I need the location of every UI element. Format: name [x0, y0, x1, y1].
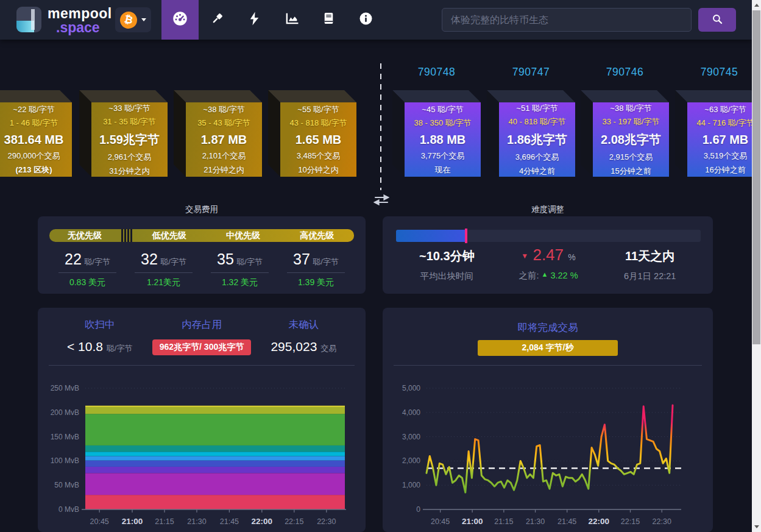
- chevron-down-icon: [141, 18, 146, 21]
- block-median-fee: ~51 聪/字节: [516, 103, 557, 114]
- block-top-face: [581, 90, 669, 102]
- block-eta: 15分钟之前: [611, 166, 651, 177]
- x-tick-label: 21:00: [462, 517, 483, 526]
- mempool-logo[interactable]: mempool .space: [16, 7, 112, 35]
- info-icon: [358, 11, 373, 29]
- scrollbar-thumb[interactable]: [752, 10, 760, 344]
- pending-block[interactable]: ~55 聪/字节43 - 818 聪/字节1.65 MB3,485个交易10分钟…: [280, 102, 356, 177]
- y-tick-label: 5,000: [402, 384, 420, 392]
- gauge-icon: [172, 10, 188, 29]
- nav-about[interactable]: [347, 0, 384, 40]
- block-face: ~45 聪/字节38 - 350 聪/字节1.88 MB3,775个交易现在: [405, 102, 481, 177]
- mined-block[interactable]: 790747~51 聪/字节40 - 818 聪/字节1.86兆字节3,696个…: [499, 102, 575, 177]
- y-tick-label: 2,000: [402, 456, 420, 465]
- fee-rate: 37: [293, 250, 310, 268]
- x-tick-label: 22:00: [589, 517, 610, 526]
- difficulty-progress-fill: [396, 230, 466, 242]
- block-size: 1.65 MB: [296, 133, 342, 147]
- block-side-face: [675, 90, 687, 177]
- currency-selector[interactable]: ₿: [115, 7, 151, 32]
- block-size: 1.87 MB: [201, 133, 247, 147]
- search-button[interactable]: [698, 8, 736, 32]
- x-tick-label: 21:45: [220, 517, 239, 526]
- avg-block-time-col: ~10.3分钟 平均出块时间: [396, 248, 498, 282]
- x-tick-label: 21:15: [155, 517, 174, 526]
- block-top-face: [0, 90, 72, 102]
- x-tick-label: 21:30: [187, 517, 206, 526]
- block-height[interactable]: 790747: [487, 66, 575, 79]
- block-size: 1.88 MB: [420, 133, 466, 147]
- fee-cell: 37 聪/字节1.39 美元: [278, 250, 354, 288]
- x-tick-label: 22:00: [252, 517, 273, 526]
- block-eta: 21分钟之内: [204, 165, 244, 176]
- fee-usd: 1.21美元: [126, 277, 202, 288]
- logo-line2: .space: [56, 21, 112, 35]
- scrollbar-down-button[interactable]: [752, 522, 761, 532]
- stacked-fee-band: [85, 495, 345, 509]
- block-height[interactable]: 790745: [675, 66, 761, 79]
- pending-block[interactable]: ~33 聪/字节31 - 35 聪/字节1.59兆字节2,961个交易31分钟之…: [91, 102, 168, 177]
- fee-tier-segments: 低优先级中优先级高优先级: [132, 229, 354, 242]
- pending-block[interactable]: ~38 聪/字节35 - 43 聪/字节1.87 MB2,101个交易21分钟之…: [186, 102, 262, 177]
- triangle-up-icon: ▲: [542, 271, 548, 278]
- block-median-fee: ~33 聪/字节: [108, 103, 150, 114]
- scrollbar-up-button[interactable]: [752, 0, 761, 10]
- nav-dashboard[interactable]: [161, 0, 199, 40]
- fee-priority-bar: 无优先级低优先级中优先级高优先级: [49, 229, 354, 242]
- stacked-fee-band: [85, 414, 345, 445]
- block-side-face: [581, 90, 593, 177]
- block-eta: 现在: [435, 165, 451, 176]
- mined-block[interactable]: 790746~38 聪/字节33 - 197 聪/字节2.08兆字节2,915个…: [593, 102, 669, 177]
- hammer-icon: [210, 11, 225, 29]
- x-tick-label: 20:45: [90, 517, 109, 526]
- incoming-transactions-card: 即将完成交易 2,084 字节/秒 01,0002,0003,0004,0005…: [383, 308, 713, 532]
- block-side-face: [487, 90, 499, 177]
- nav-charts[interactable]: [273, 0, 310, 40]
- block-face: ~22 聪/字节1 - 46 聪/字节381.64 MB290,000个交易(2…: [0, 102, 72, 177]
- y-tick-label: 200 MvB: [51, 408, 79, 417]
- block-tx-count: 2,101个交易: [202, 151, 246, 161]
- fees-section-title: 交易费用: [38, 204, 366, 215]
- fee-values-row: 22 聪/字节0.83 美元32 聪/字节1.21美元35 聪/字节1.32 美…: [49, 250, 354, 288]
- mined-block[interactable]: 790745~63 聪/字节44 - 716 聪/字节1.67 MB3,519个…: [687, 102, 761, 177]
- fee-rate: 22: [65, 250, 82, 268]
- stacked-fee-band: [85, 456, 345, 460]
- block-face: ~51 聪/字节40 - 818 聪/字节1.86兆字节3,696个交易4分钟之…: [499, 102, 575, 177]
- block-fee-range: 35 - 43 聪/字节: [197, 118, 250, 129]
- nav-lightning[interactable]: [236, 0, 273, 40]
- block-height[interactable]: 790748: [392, 66, 481, 79]
- block-height[interactable]: 790746: [581, 66, 669, 79]
- block-side-face: [79, 90, 91, 177]
- x-tick-label: 22:15: [285, 517, 303, 526]
- nav-docs[interactable]: [310, 0, 347, 40]
- x-tick-label: 21:00: [122, 517, 143, 526]
- fee-tier-label: 高优先级: [280, 229, 354, 242]
- block-face: ~38 聪/字节33 - 197 聪/字节2.08兆字节2,915个交易15分钟…: [593, 102, 669, 177]
- y-tick-label: 0: [416, 505, 420, 514]
- area-chart-icon: [284, 11, 299, 29]
- block-face: ~33 聪/字节31 - 35 聪/字节1.59兆字节2,961个交易31分钟之…: [91, 102, 168, 177]
- y-tick-label: 4,000: [402, 408, 420, 417]
- retarget-date: 6月1日 22:21: [599, 271, 701, 282]
- x-tick-label: 21:30: [526, 517, 545, 526]
- block-tx-count: 2,915个交易: [609, 152, 653, 163]
- chain-divider: [380, 63, 381, 190]
- block-eta: 4分钟之前: [519, 166, 555, 177]
- fee-tier-label: 低优先级: [132, 229, 206, 242]
- fee-tier-none: 无优先级: [49, 229, 120, 242]
- nav-mining[interactable]: [199, 0, 236, 40]
- search-input[interactable]: [442, 8, 692, 32]
- x-tick-label: 21:15: [494, 517, 513, 526]
- block-size: 1.86兆字节: [507, 132, 567, 148]
- x-tick-label: 20:45: [431, 517, 450, 526]
- pending-block[interactable]: ~22 聪/字节1 - 46 聪/字节381.64 MB290,000个交易(2…: [0, 102, 72, 177]
- x-tick-label: 22:30: [653, 517, 671, 526]
- fee-usd: 1.32 美元: [202, 277, 278, 288]
- block-tx-count: 3,519个交易: [704, 151, 748, 161]
- stacked-fee-band: [85, 473, 345, 495]
- mined-block[interactable]: 790748~45 聪/字节38 - 350 聪/字节1.88 MB3,775个…: [405, 102, 481, 177]
- scrollbar[interactable]: [752, 0, 761, 532]
- x-tick-label: 22:15: [621, 517, 640, 526]
- fee-cell: 32 聪/字节1.21美元: [126, 250, 202, 288]
- retarget-eta-col: 11天之内 6月1日 22:21: [599, 248, 701, 282]
